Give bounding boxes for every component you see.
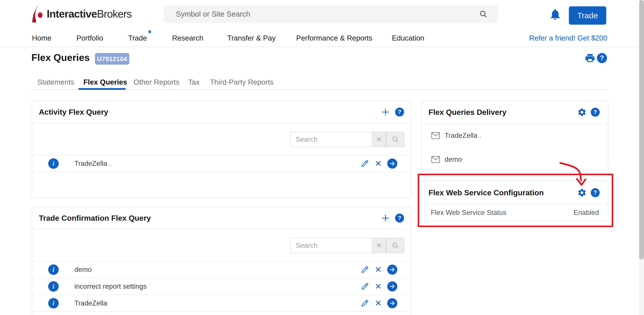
tab-third-party-reports[interactable]: Third-Party Reports (210, 78, 274, 86)
activity-search-button[interactable] (386, 132, 404, 147)
nav-portfolio[interactable]: Portfolio (76, 34, 103, 42)
envelope-icon (431, 156, 440, 163)
reports-tab-bar: Statements Flex Queries Other Reports Ta… (32, 77, 607, 90)
trade-confirmation-search-input[interactable] (290, 238, 372, 253)
activity-search-input[interactable] (290, 132, 372, 147)
edit-icon[interactable] (360, 282, 369, 291)
delete-icon[interactable]: ✕ (375, 159, 382, 168)
query-row-tradezella2[interactable]: i TradeZella ✕ (32, 295, 411, 312)
notifications-bell-icon[interactable] (549, 8, 562, 21)
logo-word-brokers: Brokers (97, 8, 132, 20)
run-query-icon[interactable] (387, 281, 397, 292)
edit-icon[interactable] (360, 265, 369, 274)
delete-icon[interactable]: ✕ (375, 282, 382, 291)
query-row-incorrect-report-settings[interactable]: i incorrect report settings ✕ (32, 278, 411, 295)
delivery-item-demo[interactable]: demo (422, 148, 608, 171)
search-icon[interactable] (479, 10, 488, 18)
trade-confirmation-help-icon[interactable]: ? (395, 214, 404, 223)
web-service-status-label: Flex Web Service Status (431, 209, 574, 217)
delivery-help-icon[interactable]: ? (591, 108, 600, 117)
active-tab-underline (78, 88, 126, 90)
scrollbar-thumb[interactable] (639, 0, 644, 260)
run-query-icon[interactable] (387, 265, 397, 275)
logo-word-interactive: Interactive (47, 8, 97, 20)
trade-button[interactable]: Trade (569, 6, 606, 25)
trade-confirmation-search-zone: ✕ (32, 229, 411, 261)
tab-tax[interactable]: Tax (188, 78, 200, 86)
search-icon (392, 242, 399, 249)
delivery-item-tradezella[interactable]: TradeZella . (422, 124, 608, 148)
trade-confirmation-search-clear-button[interactable]: ✕ (372, 238, 386, 253)
flex-queries-delivery-panel: Flex Queries Delivery ? TradeZella . dem… (422, 101, 608, 172)
delivery-panel-title: Flex Queries Delivery (428, 108, 577, 117)
gear-icon[interactable] (577, 188, 587, 197)
global-search-bar[interactable] (164, 5, 498, 23)
trade-confirmation-flex-query-panel: Trade Confirmation Flex Query ? ✕ i demo (32, 207, 412, 315)
delivery-item-label: demo (444, 156, 462, 163)
query-name: TradeZella (74, 299, 360, 307)
add-query-icon[interactable] (381, 213, 390, 223)
nav-trade[interactable]: Trade (128, 34, 147, 42)
web-service-status-value: Enabled (574, 209, 599, 217)
web-service-panel-title: Flex Web Service Configuration (428, 188, 577, 197)
add-query-icon[interactable] (381, 107, 390, 117)
envelope-icon (431, 132, 440, 139)
query-name: demo (74, 266, 360, 274)
nav-trade-notification-dot (148, 30, 151, 33)
activity-panel-title: Activity Flex Query (39, 108, 381, 116)
scrollbar-track[interactable] (639, 0, 644, 315)
ibkr-logo-icon (32, 5, 44, 23)
query-name: TradeZella . (74, 160, 360, 167)
nav-home[interactable]: Home (32, 34, 52, 42)
query-row-demo[interactable]: i demo ✕ (32, 261, 411, 278)
nav-transfer-pay[interactable]: Transfer & Pay (227, 34, 276, 42)
account-badge: U7912104 (95, 53, 129, 65)
info-icon[interactable]: i (48, 281, 59, 292)
edit-icon[interactable] (360, 159, 369, 168)
global-search-input[interactable] (176, 10, 479, 18)
ibkr-logo[interactable]: InteractiveBrokers (32, 5, 132, 23)
top-header: InteractiveBrokers Trade Home Portfolio … (0, 0, 644, 47)
print-icon[interactable] (584, 53, 596, 63)
page-help-icon[interactable]: ? (597, 53, 607, 63)
flex-web-service-configuration-panel: Flex Web Service Configuration ? Flex We… (422, 181, 608, 221)
activity-panel-header: Activity Flex Query ? (32, 101, 411, 123)
delivery-item-label: TradeZella . (444, 132, 481, 139)
page-title: Flex Queries (32, 52, 90, 63)
activity-flex-query-panel: Activity Flex Query ? ✕ i TradeZella . (32, 101, 412, 198)
tab-flex-queries[interactable]: Flex Queries (83, 78, 127, 86)
trade-confirmation-panel-title: Trade Confirmation Flex Query (39, 214, 381, 223)
activity-search-zone: ✕ (32, 123, 411, 155)
nav-research[interactable]: Research (172, 34, 203, 42)
run-query-icon[interactable] (387, 159, 397, 169)
web-service-help-icon[interactable]: ? (591, 188, 600, 197)
info-icon[interactable]: i (48, 158, 59, 169)
trade-confirmation-search-button[interactable] (386, 238, 404, 253)
info-icon[interactable]: i (48, 264, 59, 275)
trade-confirmation-panel-header: Trade Confirmation Flex Query ? (32, 207, 411, 229)
main-nav: Home Portfolio Trade Research Transfer &… (0, 33, 644, 45)
info-icon[interactable]: i (48, 298, 59, 309)
nav-performance-reports[interactable]: Performance & Reports (296, 34, 372, 42)
run-query-icon[interactable] (387, 298, 397, 308)
tab-other-reports[interactable]: Other Reports (134, 78, 180, 86)
tab-statements[interactable]: Statements (38, 78, 74, 86)
delivery-panel-header: Flex Queries Delivery ? (422, 101, 608, 124)
edit-icon[interactable] (360, 299, 369, 308)
activity-help-icon[interactable]: ? (395, 108, 404, 116)
delete-icon[interactable]: ✕ (375, 266, 382, 274)
web-service-status-row: Flex Web Service Status Enabled (422, 205, 608, 221)
query-name: incorrect report settings (74, 283, 360, 290)
ibkr-logo-text: InteractiveBrokers (47, 8, 132, 20)
refer-friend-link[interactable]: Refer a friend! Get $200 (529, 34, 607, 42)
search-icon (392, 136, 399, 143)
activity-search-clear-button[interactable]: ✕ (372, 132, 386, 147)
query-row-tradezella[interactable]: i TradeZella . ✕ (32, 155, 411, 172)
web-service-panel-header: Flex Web Service Configuration ? (422, 181, 608, 205)
gear-icon[interactable] (577, 108, 587, 117)
nav-education[interactable]: Education (392, 34, 424, 42)
delete-icon[interactable]: ✕ (375, 299, 382, 307)
